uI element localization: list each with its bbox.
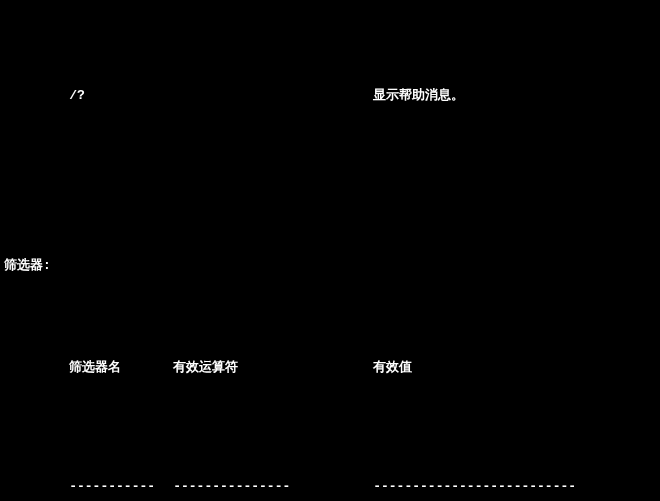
terminal-output: /?显示帮助消息。 筛选器: 筛选器名有效运算符有效值 ------------… — [0, 0, 660, 501]
help-switch-desc: 显示帮助消息。 — [373, 87, 464, 104]
rule-1: ----------- — [69, 478, 173, 495]
rule-3: -------------------------- — [373, 478, 576, 495]
help-switch: /? — [69, 87, 173, 104]
filter-col-ops: 有效运算符 — [173, 359, 373, 376]
help-switch-row: /?显示帮助消息。 — [4, 70, 656, 121]
rule-2: --------------- — [173, 478, 373, 495]
filter-header-rule: ----------------------------------------… — [4, 461, 656, 501]
filter-header-row: 筛选器名有效运算符有效值 — [4, 342, 656, 393]
filter-col-name: 筛选器名 — [69, 359, 173, 376]
filter-heading: 筛选器: — [4, 257, 656, 274]
filter-col-values: 有效值 — [373, 359, 412, 376]
